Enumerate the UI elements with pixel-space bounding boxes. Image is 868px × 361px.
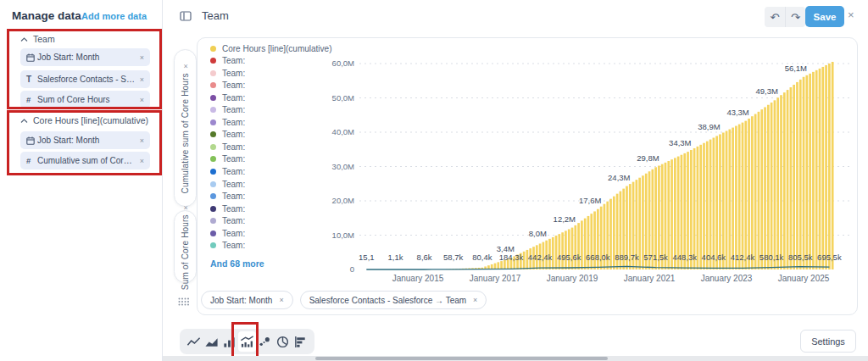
legend-swatch <box>210 58 216 64</box>
legend-item[interactable]: Team: <box>210 57 332 65</box>
remove-field-icon[interactable]: × <box>140 157 144 165</box>
legend-label: Team: <box>222 154 245 164</box>
svg-text:695,5k: 695,5k <box>817 253 842 262</box>
save-button[interactable]: Save <box>805 6 844 27</box>
chart-legend: Core Hours [line](cumulative)Team:Team:T… <box>210 44 332 269</box>
legend-item[interactable]: Team: <box>210 180 332 188</box>
svg-text:38,9M: 38,9M <box>698 122 720 131</box>
dataset-group-header[interactable]: Core Hours [line](cumulative) <box>20 115 148 125</box>
legend-label: Team: <box>222 229 245 238</box>
legend-item[interactable]: Team: <box>210 131 332 139</box>
area-chart-icon[interactable] <box>203 331 220 352</box>
dataset-field-pill[interactable]: #Sum of Core Hours× <box>20 91 150 108</box>
line-chart-icon[interactable] <box>185 331 203 352</box>
remove-field-icon[interactable]: × <box>140 75 144 84</box>
legend-item[interactable]: Core Hours [line](cumulative) <box>210 44 332 53</box>
chart-type-toolbar <box>180 329 314 354</box>
svg-text:448,3k: 448,3k <box>672 253 697 262</box>
remove-field-icon[interactable]: × <box>140 96 144 104</box>
legend-item[interactable]: Team: <box>210 142 332 151</box>
y-tick-label: 60,0M <box>332 58 354 68</box>
chevron-up-icon[interactable] <box>20 34 28 44</box>
y-tick-label: 10,0M <box>332 230 354 240</box>
text-icon: T <box>26 75 37 84</box>
svg-text:668,0k: 668,0k <box>586 253 610 262</box>
dataset-field-pill[interactable]: Job Start: Month× <box>20 48 150 66</box>
manage-data-sidebar: Manage data Add more data TeamJob Start:… <box>0 0 163 361</box>
legend-item[interactable]: Team: <box>210 204 332 213</box>
legend-item[interactable]: Team: <box>210 192 332 201</box>
legend-swatch <box>210 206 216 212</box>
legend-item[interactable]: Team: <box>210 242 332 250</box>
redo-button[interactable]: ↷ <box>785 7 805 27</box>
horizontal-scrollbar[interactable] <box>163 356 868 361</box>
legend-label: Team: <box>222 241 245 250</box>
y-tick-label: 20,0M <box>332 196 354 205</box>
drag-handle-icon[interactable] <box>178 294 189 309</box>
close-icon[interactable]: × <box>848 8 854 21</box>
x-tick-label: January 2021 <box>624 274 676 283</box>
calendar-icon <box>26 136 37 145</box>
legend-swatch <box>210 181 216 187</box>
legend-swatch <box>210 131 216 137</box>
settings-button[interactable]: Settings <box>800 330 856 353</box>
legend-swatch <box>210 46 216 52</box>
close-tab-icon[interactable]: × <box>181 203 190 212</box>
chip-label: Job Start: Month <box>210 296 272 305</box>
pie-chart-icon[interactable] <box>274 331 292 352</box>
legend-more-link[interactable]: And 68 more <box>210 258 332 269</box>
legend-swatch <box>210 218 216 224</box>
legend-item[interactable]: Team: <box>210 229 332 237</box>
x-tick-label: January 2015 <box>392 274 444 283</box>
sidebar-toggle-icon[interactable] <box>180 10 192 22</box>
legend-item[interactable]: Team: <box>210 93 332 102</box>
svg-text:404,6k: 404,6k <box>702 253 726 262</box>
legend-label: Core Hours [line](cumulative) <box>222 44 332 53</box>
legend-item[interactable]: Team: <box>210 69 332 77</box>
svg-text:43,3M: 43,3M <box>726 108 748 117</box>
close-tab-icon[interactable]: × <box>181 62 190 70</box>
legend-item[interactable]: Team: <box>210 106 332 114</box>
horizontal-bar-chart-icon[interactable] <box>292 331 309 352</box>
y-tick-label: 50,0M <box>332 93 354 103</box>
scatter-chart-icon[interactable] <box>256 331 274 352</box>
dataset-field-pill[interactable]: #Cumulative sum of Core ...× <box>20 152 150 169</box>
svg-text:571,5k: 571,5k <box>643 253 668 262</box>
remove-chip-icon[interactable]: × <box>473 296 477 304</box>
remove-field-icon[interactable]: × <box>140 136 144 145</box>
category-chip[interactable]: Salesforce Contacts - Salesforce → Team× <box>300 291 487 309</box>
dataset-field-pill[interactable]: Job Start: Month× <box>20 131 150 149</box>
legend-label: Team: <box>222 192 245 201</box>
category-chips: Job Start: Month×Salesforce Contacts - S… <box>201 291 487 309</box>
chip-label: Salesforce Contacts - Salesforce → Team <box>309 296 466 305</box>
legend-item[interactable]: Team: <box>210 118 332 126</box>
measure-tab[interactable]: Cumulative sum of Core Hours × <box>174 49 197 207</box>
remove-field-icon[interactable]: × <box>140 53 144 62</box>
legend-item[interactable]: Team: <box>210 167 332 175</box>
calendar-icon <box>26 53 37 62</box>
dataset-group-header[interactable]: Team <box>20 34 55 44</box>
dataset-field-pill[interactable]: TSalesforce Contacts - Sal...× <box>20 70 150 88</box>
x-tick-label: January 2017 <box>470 274 521 283</box>
legend-label: Team: <box>222 216 245 225</box>
combo-chart-icon[interactable] <box>238 331 256 352</box>
svg-text:184,3k: 184,3k <box>499 253 524 262</box>
remove-chip-icon[interactable]: × <box>279 296 283 304</box>
chevron-up-icon[interactable] <box>20 115 28 125</box>
add-more-data-link[interactable]: Add more data <box>81 11 147 21</box>
undo-button[interactable]: ↶ <box>765 7 785 27</box>
y-tick-label: 40,0M <box>332 127 354 136</box>
legend-item[interactable]: Team: <box>210 217 332 225</box>
legend-item[interactable]: Team: <box>210 155 332 164</box>
bar-chart-icon[interactable] <box>220 331 238 352</box>
legend-swatch <box>210 144 216 150</box>
svg-text:8,6k: 8,6k <box>417 253 432 262</box>
svg-text:1,1k: 1,1k <box>387 253 403 262</box>
svg-text:58,7k: 58,7k <box>443 253 463 262</box>
legend-item[interactable]: Team: <box>210 81 332 90</box>
scrollbar-thumb[interactable] <box>315 357 608 360</box>
svg-text:580,1k: 580,1k <box>760 253 784 262</box>
category-chip[interactable]: Job Start: Month× <box>201 291 293 309</box>
svg-text:495,6k: 495,6k <box>557 253 581 262</box>
measure-tab[interactable]: Sum of Core Hours × <box>174 210 197 283</box>
